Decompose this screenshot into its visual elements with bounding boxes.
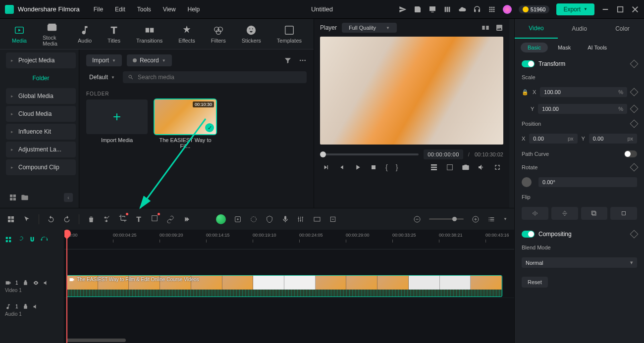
rotate-input[interactable]: 0.00°	[538, 177, 637, 187]
prop-tab-color[interactable]: Color	[601, 19, 644, 39]
track-link-icon[interactable]	[17, 236, 24, 243]
apps-icon[interactable]	[488, 5, 496, 13]
audio-track-head[interactable]: 1 Audio 1	[0, 298, 64, 322]
volume-icon[interactable]	[478, 163, 485, 171]
zoom-out-icon[interactable]	[413, 215, 421, 223]
sort-dropdown[interactable]: Default▼	[86, 72, 118, 83]
compositing-toggle[interactable]	[522, 231, 535, 238]
prop-tab-audio[interactable]: Audio	[558, 19, 601, 39]
timeline-clip[interactable]: The EASIEST Way to Film & Edit Online Co…	[66, 275, 502, 297]
tab-titles[interactable]: Titles	[107, 25, 120, 44]
tab-stickers[interactable]: Stickers	[242, 25, 261, 44]
quality-dropdown[interactable]: Full Quality▼	[342, 23, 397, 33]
link-icon[interactable]	[166, 215, 174, 223]
timeline-scrollbar[interactable]	[66, 339, 126, 342]
fit-icon[interactable]	[329, 215, 337, 223]
prev-frame-icon[interactable]	[322, 163, 330, 171]
undo-icon[interactable]	[47, 215, 55, 223]
menu-view[interactable]: View	[163, 6, 176, 13]
reset-button[interactable]: Reset	[522, 277, 548, 288]
play-back-icon[interactable]	[338, 163, 346, 171]
scrub-bar[interactable]	[320, 153, 419, 155]
tab-filters[interactable]: Filters	[211, 25, 226, 44]
sidebar-global-media[interactable]: ▸Global Media	[6, 88, 76, 104]
zoom-in-icon[interactable]	[472, 215, 480, 223]
keyframe-icon[interactable]	[630, 60, 639, 68]
current-timecode[interactable]: 00:00:00:00	[424, 149, 463, 159]
headset-icon[interactable]	[473, 5, 481, 13]
sidebar-adjustment-layer[interactable]: ▸Adjustment La...	[6, 142, 76, 157]
lock-icon[interactable]	[22, 303, 29, 310]
monitor-icon[interactable]	[429, 5, 436, 13]
keyframe-icon[interactable]	[630, 120, 639, 128]
tab-media[interactable]: Media	[12, 25, 27, 44]
subtab-mask[interactable]: Mask	[551, 43, 578, 52]
close-button[interactable]	[631, 5, 639, 13]
visibility-icon[interactable]	[33, 280, 39, 286]
delete-icon[interactable]	[87, 215, 95, 223]
paste-button[interactable]	[610, 207, 637, 220]
rotate-knob[interactable]	[522, 177, 532, 187]
send-icon[interactable]	[399, 5, 407, 13]
maximize-button[interactable]	[616, 5, 624, 13]
minimize-button[interactable]	[601, 5, 609, 13]
sidebar-project-media[interactable]: ▸Project Media	[6, 52, 76, 68]
marker-icon[interactable]	[430, 163, 438, 171]
user-avatar[interactable]	[503, 5, 512, 14]
playhead[interactable]	[66, 230, 67, 343]
menu-tools[interactable]: Tools	[137, 6, 151, 13]
text-tool-icon[interactable]	[135, 215, 143, 223]
pathcurve-toggle[interactable]	[624, 150, 637, 157]
menu-edit[interactable]: Edit	[115, 6, 125, 13]
mixer-icon[interactable]	[297, 215, 305, 223]
more-icon[interactable]	[299, 56, 307, 64]
target-icon[interactable]	[250, 215, 258, 223]
coins-pill[interactable]: 51960	[519, 5, 550, 13]
mark-in-icon[interactable]: {	[385, 163, 388, 171]
transform-toggle[interactable]	[522, 60, 535, 67]
track-sync-icon[interactable]	[41, 236, 48, 243]
compare-view-icon[interactable]	[482, 24, 489, 32]
prop-tab-video[interactable]: Video	[515, 19, 558, 39]
fullscreen-icon[interactable]	[493, 163, 501, 171]
scale-x-input[interactable]: 100.00%	[540, 87, 627, 97]
cut-icon[interactable]	[103, 215, 111, 223]
keyframe-icon[interactable]	[630, 105, 639, 113]
more-tools-icon[interactable]	[182, 215, 190, 223]
track-magnetic-icon[interactable]	[29, 236, 36, 243]
keyframe-icon[interactable]	[630, 163, 639, 172]
sidebar-influence-kit[interactable]: ▸Influence Kit	[6, 124, 76, 140]
aspect-icon[interactable]	[313, 215, 321, 223]
sidebar-compound-clip[interactable]: ▸Compound Clip	[6, 159, 76, 175]
crop-tool-icon[interactable]	[119, 214, 127, 222]
mic-icon[interactable]	[281, 215, 289, 223]
tab-audio[interactable]: Audio	[78, 25, 92, 44]
cloud-icon[interactable]	[458, 5, 466, 13]
lock-aspect-icon[interactable]: 🔒	[522, 89, 529, 96]
tab-effects[interactable]: Effects	[178, 25, 195, 44]
menu-file[interactable]: File	[94, 6, 103, 13]
menu-help[interactable]: Help	[188, 6, 200, 13]
lock-icon[interactable]	[22, 280, 29, 286]
flip-h-button[interactable]	[522, 207, 548, 220]
flip-v-button[interactable]	[551, 207, 578, 220]
keyframe-icon[interactable]	[630, 230, 639, 239]
subtab-basic[interactable]: Basic	[521, 43, 548, 52]
tab-templates[interactable]: Templates	[277, 25, 302, 44]
stop-icon[interactable]	[370, 163, 377, 171]
timeline-ruler[interactable]: 00:00 00:00:04:25 00:00:09:20 00:00:14:1…	[64, 230, 514, 249]
mute-icon[interactable]	[33, 303, 39, 310]
scale-y-input[interactable]: 100.00%	[538, 104, 627, 114]
record-button[interactable]: Record▼	[127, 54, 172, 66]
redo-icon[interactable]	[63, 215, 71, 223]
picture-icon[interactable]	[495, 24, 503, 32]
subtab-aitools[interactable]: AI Tools	[581, 43, 614, 52]
enhance-icon[interactable]	[234, 215, 242, 223]
new-folder-icon[interactable]	[21, 194, 29, 201]
import-media-tile[interactable]: +	[86, 99, 148, 134]
search-input[interactable]: Search media	[123, 71, 307, 83]
ai-button[interactable]	[216, 214, 226, 224]
keyframe-icon[interactable]	[630, 88, 639, 97]
tab-transitions[interactable]: Transitions	[136, 25, 162, 44]
snapshot-icon[interactable]	[462, 163, 470, 171]
